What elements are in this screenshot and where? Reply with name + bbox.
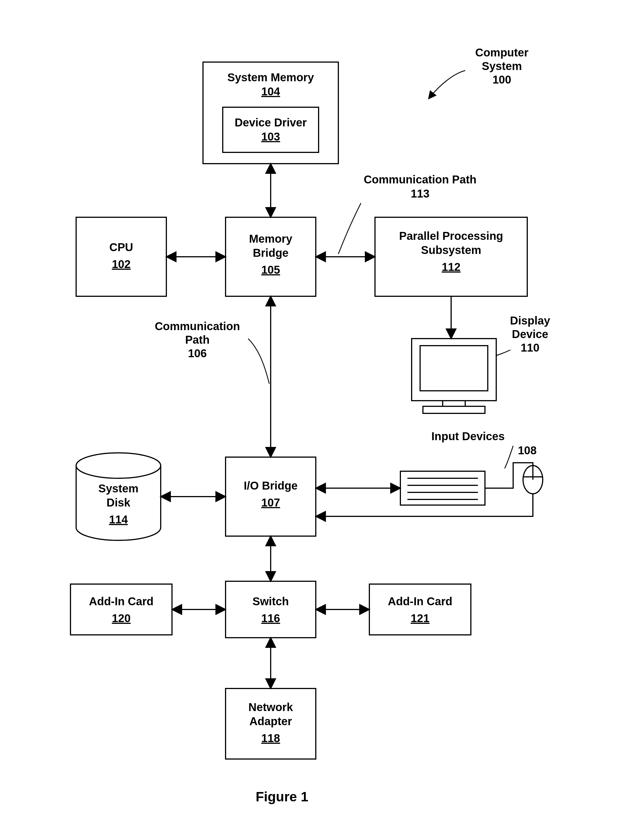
iobridge-ref: 107 <box>261 496 280 509</box>
mouse-icon <box>523 466 543 494</box>
display-ref: 110 <box>521 341 540 354</box>
display-line1: Display <box>510 314 550 327</box>
comm113-ref: 113 <box>411 187 430 200</box>
keyboard-icon <box>400 471 485 505</box>
comm106-ref: 106 <box>188 347 207 359</box>
box-system-memory: System Memory 104 Device Driver 103 <box>203 62 338 164</box>
pps-line2: Subsystem <box>421 244 481 256</box>
svg-rect-19 <box>225 581 316 638</box>
cardL-title: Add-In Card <box>89 595 154 608</box>
netadp-ref: 118 <box>261 732 280 744</box>
switch-ref: 116 <box>261 612 280 624</box>
box-addin-left: Add-In Card 120 <box>70 584 172 635</box>
comm106-line1: Communication <box>155 320 240 332</box>
label-comm-106: Communication Path 106 <box>155 320 269 384</box>
membridge-ref: 105 <box>261 263 280 276</box>
cpu-ref: 102 <box>112 258 131 270</box>
iobridge-title: I/O Bridge <box>243 479 297 492</box>
sysdisk-ref: 114 <box>109 513 128 526</box>
overall-label-line2: System <box>482 60 522 72</box>
inputdev-label: Input Devices <box>431 430 505 442</box>
netadp-line1: Network <box>248 701 293 713</box>
comm106-line2: Path <box>185 333 210 346</box>
sysdisk-line2: Disk <box>107 496 131 509</box>
svg-rect-21 <box>370 584 471 635</box>
svg-rect-4 <box>375 217 527 296</box>
cardR-ref: 121 <box>411 612 430 624</box>
overall-label-line1: Computer <box>475 46 529 59</box>
inputdev-leader <box>505 446 513 468</box>
display-line2: Device <box>512 328 548 340</box>
driver-title: Device Driver <box>235 116 307 129</box>
box-memory-bridge: Memory Bridge 105 <box>225 217 316 296</box>
system-disk: System Disk 114 <box>76 453 161 540</box>
cardL-ref: 120 <box>112 612 131 624</box>
overall-ref: 100 <box>493 73 511 86</box>
monitor-icon <box>412 339 496 413</box>
svg-point-10 <box>76 453 161 478</box>
box-addin-right: Add-In Card 121 <box>370 584 471 635</box>
svg-rect-20 <box>70 584 172 635</box>
figure-caption: Figure 1 <box>256 789 308 804</box>
membridge-line1: Memory <box>249 232 292 245</box>
svg-rect-1 <box>223 107 319 153</box>
box-network-adapter: Network Adapter 118 <box>225 689 316 759</box>
pps-line1: Parallel Processing <box>399 230 503 242</box>
svg-rect-3 <box>76 217 166 296</box>
display-device: Display Device 110 <box>412 314 550 413</box>
box-cpu: CPU 102 <box>76 217 166 296</box>
box-pps: Parallel Processing Subsystem 112 <box>375 217 527 296</box>
overall-leader <box>428 70 465 99</box>
input-devices: Input Devices 108 <box>316 430 543 517</box>
box-switch: Switch 116 <box>225 581 316 638</box>
sysdisk-line1: System <box>98 482 138 495</box>
inputdev-ref: 108 <box>518 444 537 457</box>
driver-ref: 103 <box>261 130 280 143</box>
switch-title: Switch <box>253 595 289 608</box>
netadp-line2: Adapter <box>249 715 292 728</box>
sysmem-title: System Memory <box>227 71 315 83</box>
display-leader <box>496 350 510 356</box>
comm106-leader <box>248 339 269 384</box>
box-device-driver: Device Driver 103 <box>223 107 319 153</box>
svg-rect-7 <box>443 401 465 406</box>
diagram-canvas: Computer System 100 System Memory 104 De… <box>0 0 642 840</box>
comm113-label: Communication Path <box>364 173 477 186</box>
sysmem-ref: 104 <box>261 85 280 97</box>
box-io-bridge: I/O Bridge 107 <box>225 457 316 536</box>
cardR-title: Add-In Card <box>388 595 452 608</box>
membridge-line2: Bridge <box>253 247 289 259</box>
cpu-title: CPU <box>109 241 133 253</box>
comm113-leader <box>338 203 361 254</box>
svg-rect-8 <box>423 406 485 413</box>
svg-rect-6 <box>420 346 488 391</box>
pps-ref: 112 <box>442 261 461 273</box>
overall-label: Computer System 100 <box>428 46 529 99</box>
